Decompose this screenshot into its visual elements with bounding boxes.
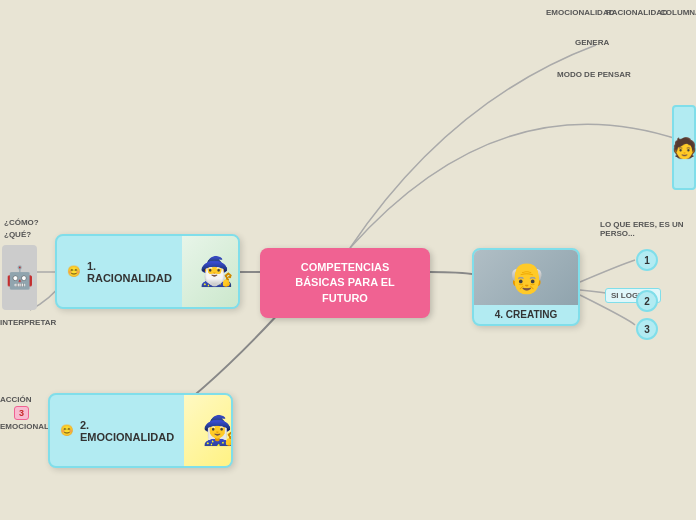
right-item-1: 1 (636, 249, 658, 271)
racionalidad-image: 🧙‍♂️ (182, 234, 240, 309)
racionalidad-emoji: 😊 (67, 265, 81, 278)
label-modo-de-pensar: MODO DE PENSAR (557, 70, 631, 79)
creating-label: 4. CREATING (474, 305, 578, 324)
emocionalidad-emoji: 😊 (60, 424, 74, 437)
label-emocionalidad: EMOCIONALIDAD (546, 8, 614, 17)
emocionalidad-label: 😊 2. EMOCIONALIDAD (50, 411, 184, 451)
central-label-line2: BÁSICAS PARA EL FUTURO (278, 275, 412, 306)
label-genera: GENERA (575, 38, 609, 47)
top-right-box: 🧑 (672, 105, 696, 190)
accion-number: 3 (14, 406, 29, 420)
label-racionalidad: RACIONALIDAD (606, 8, 668, 17)
label-columna: COLUMNA (660, 8, 696, 17)
lo-que-eres-label: LO QUE ERES, ES UN PERSO... (600, 220, 696, 238)
right-item-3: 3 (636, 318, 658, 340)
central-node[interactable]: COMPETENCIAS BÁSICAS PARA EL FUTURO (260, 248, 430, 318)
label-que: ¿QUÉ? (4, 230, 31, 239)
creating-image: 👴 (474, 250, 578, 305)
emocionalidad-image: 🧙‍♀️ (184, 393, 233, 468)
label-como: ¿CÓMO? (4, 218, 39, 227)
node-creating[interactable]: 👴 4. CREATING (472, 248, 580, 326)
central-label-line1: COMPETENCIAS (278, 260, 412, 275)
racionalidad-label: 😊 1. RACIONALIDAD (57, 252, 182, 292)
right-item-2: 2 (636, 290, 658, 312)
label-emocional-left: EMOCIONAL (0, 422, 49, 431)
node-racionalidad[interactable]: 😊 1. RACIONALIDAD 🧙‍♂️ (55, 234, 240, 309)
label-accion: ACCIÓN (0, 395, 32, 404)
label-interpretar: INTERPRETAR (0, 318, 56, 327)
node-emocionalidad[interactable]: 😊 2. EMOCIONALIDAD 🧙‍♀️ (48, 393, 233, 468)
left-robot-image: 🤖 (2, 245, 37, 310)
